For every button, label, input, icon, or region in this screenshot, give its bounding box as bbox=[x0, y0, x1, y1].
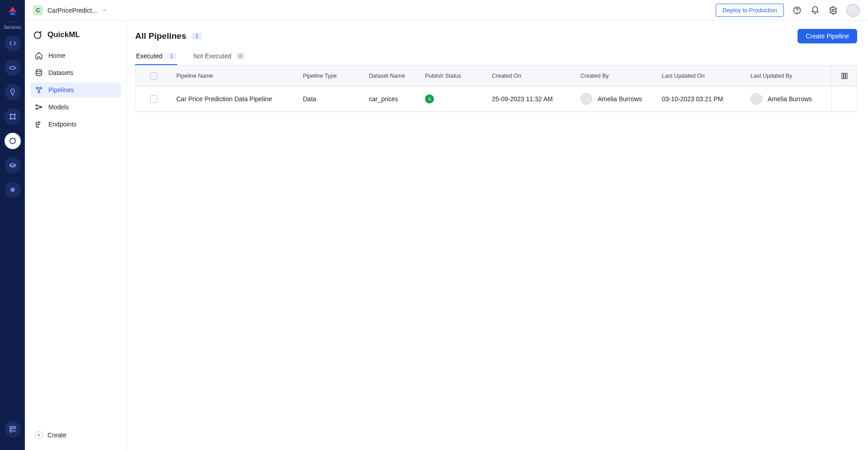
cell-created-on: 25-09-2023 11:32 AM bbox=[487, 87, 576, 111]
svg-point-20 bbox=[36, 108, 37, 109]
svg-point-7 bbox=[12, 189, 13, 191]
nav-endpoints[interactable]: Endpoints bbox=[30, 117, 121, 132]
tab-label: Not Executed bbox=[193, 52, 231, 60]
nav-label: Pipelines bbox=[48, 86, 74, 94]
svg-point-6 bbox=[11, 188, 14, 192]
cell-name: Car Price Prediction Data Pipeline bbox=[172, 87, 298, 111]
svg-point-24 bbox=[38, 127, 38, 127]
nav-label: Home bbox=[48, 52, 65, 59]
settings-icon[interactable] bbox=[828, 5, 838, 15]
svg-point-3 bbox=[14, 118, 15, 119]
th-type[interactable]: Pipeline Type bbox=[298, 66, 364, 86]
deploy-button[interactable]: Deploy to Production bbox=[716, 4, 784, 17]
svg-point-0 bbox=[10, 114, 11, 115]
tab-label: Executed bbox=[136, 52, 162, 60]
help-icon[interactable] bbox=[792, 5, 802, 15]
rail-divider bbox=[7, 22, 19, 22]
svg-point-1 bbox=[14, 114, 15, 115]
user-avatar[interactable] bbox=[846, 4, 860, 17]
th-name[interactable]: Pipeline Name bbox=[172, 66, 298, 86]
create-label: Create bbox=[47, 431, 66, 439]
endpoints-icon bbox=[35, 120, 43, 128]
th-created-on[interactable]: Created On bbox=[487, 66, 576, 86]
content: All Pipelines 1 Create Pipeline Executed… bbox=[127, 21, 868, 450]
tab-count: 0 bbox=[236, 53, 245, 59]
pipeline-table: Pipeline Name Pipeline Type Dataset Name… bbox=[135, 66, 857, 112]
pipelines-icon bbox=[35, 86, 43, 94]
nav-home[interactable]: Home bbox=[30, 48, 121, 63]
row-checkbox[interactable] bbox=[150, 95, 157, 103]
quickml-logo-icon bbox=[33, 30, 43, 40]
services-rail: Services bbox=[0, 0, 25, 450]
th-publish[interactable]: Publish Status bbox=[420, 66, 487, 86]
svg-point-12 bbox=[797, 12, 797, 12]
cell-updated-by: Amelia Burrows bbox=[746, 87, 831, 111]
nav-models[interactable]: Models bbox=[30, 99, 121, 115]
chevron-down-icon bbox=[102, 6, 107, 14]
table-row[interactable]: Car Price Prediction Data Pipeline Data … bbox=[136, 87, 857, 112]
svg-point-4 bbox=[10, 138, 15, 144]
svg-rect-27 bbox=[846, 73, 847, 79]
sidebar-create[interactable]: + Create bbox=[30, 427, 121, 443]
service-item-4[interactable] bbox=[5, 108, 21, 125]
svg-point-19 bbox=[36, 105, 37, 106]
topbar: C CarPricePredict... Deploy to Productio… bbox=[25, 0, 868, 21]
nav-pipelines[interactable]: Pipelines bbox=[30, 82, 121, 98]
apps-grid-icon[interactable] bbox=[5, 421, 21, 437]
tab-executed[interactable]: Executed 1 bbox=[135, 50, 177, 65]
pipeline-count-badge: 1 bbox=[192, 33, 202, 40]
nav-datasets[interactable]: Datasets bbox=[30, 65, 121, 80]
cell-publish bbox=[420, 87, 487, 111]
service-item-1[interactable] bbox=[5, 35, 21, 52]
create-pipeline-button[interactable]: Create Pipeline bbox=[797, 29, 857, 43]
nav-label: Endpoints bbox=[48, 121, 76, 128]
cell-dataset: car_prices bbox=[364, 87, 420, 111]
user-name: Amelia Burrows bbox=[768, 95, 812, 103]
service-item-quickml[interactable] bbox=[5, 133, 21, 149]
th-dataset[interactable]: Dataset Name bbox=[364, 66, 420, 86]
th-created-by[interactable]: Created By bbox=[576, 66, 657, 86]
svg-point-2 bbox=[10, 118, 11, 119]
notifications-icon[interactable] bbox=[810, 5, 820, 15]
project-name: CarPricePredict... bbox=[47, 7, 97, 14]
models-icon bbox=[35, 103, 43, 111]
tab-not-executed[interactable]: Not Executed 0 bbox=[193, 50, 246, 65]
cell-updated-on: 03-10-2023 03:21 PM bbox=[657, 87, 746, 111]
tab-count: 1 bbox=[167, 53, 176, 59]
th-updated-by[interactable]: Last Updated By bbox=[746, 66, 831, 86]
th-updated-on[interactable]: Last Updated On bbox=[657, 66, 746, 86]
services-label: Services bbox=[4, 25, 21, 30]
tabs: Executed 1 Not Executed 0 bbox=[135, 50, 857, 66]
page-title: All Pipelines bbox=[135, 31, 186, 41]
svg-point-14 bbox=[34, 32, 41, 39]
svg-rect-26 bbox=[844, 73, 845, 79]
service-item-7[interactable] bbox=[5, 182, 21, 198]
svg-rect-10 bbox=[10, 430, 12, 432]
plus-icon: + bbox=[35, 431, 43, 439]
user-name: Amelia Burrows bbox=[598, 95, 642, 103]
user-avatar-icon bbox=[580, 93, 592, 105]
service-item-2[interactable] bbox=[5, 60, 21, 76]
service-item-3[interactable] bbox=[5, 84, 21, 100]
svg-rect-25 bbox=[842, 73, 843, 79]
svg-point-13 bbox=[832, 9, 835, 11]
sidebar-title: QuickML bbox=[47, 30, 80, 39]
published-status-icon bbox=[425, 94, 434, 103]
column-settings-icon[interactable] bbox=[831, 66, 857, 86]
project-badge: C bbox=[33, 5, 43, 15]
row-trailing-cell bbox=[831, 87, 857, 111]
table-header-row: Pipeline Name Pipeline Type Dataset Name… bbox=[136, 66, 857, 87]
nav-label: Datasets bbox=[48, 69, 73, 76]
database-icon bbox=[35, 69, 43, 77]
sidebar: QuickML Home Datasets Pipelines Models E… bbox=[25, 21, 127, 450]
svg-rect-8 bbox=[10, 427, 12, 429]
cell-type: Data bbox=[298, 87, 364, 111]
brand-logo-icon bbox=[6, 5, 19, 17]
user-avatar-icon bbox=[750, 93, 762, 105]
svg-point-21 bbox=[41, 107, 42, 108]
nav-label: Models bbox=[48, 103, 69, 111]
select-all-checkbox[interactable] bbox=[150, 72, 157, 80]
project-selector[interactable]: C CarPricePredict... bbox=[33, 5, 107, 15]
service-item-6[interactable] bbox=[5, 157, 21, 173]
svg-point-22 bbox=[39, 122, 40, 122]
